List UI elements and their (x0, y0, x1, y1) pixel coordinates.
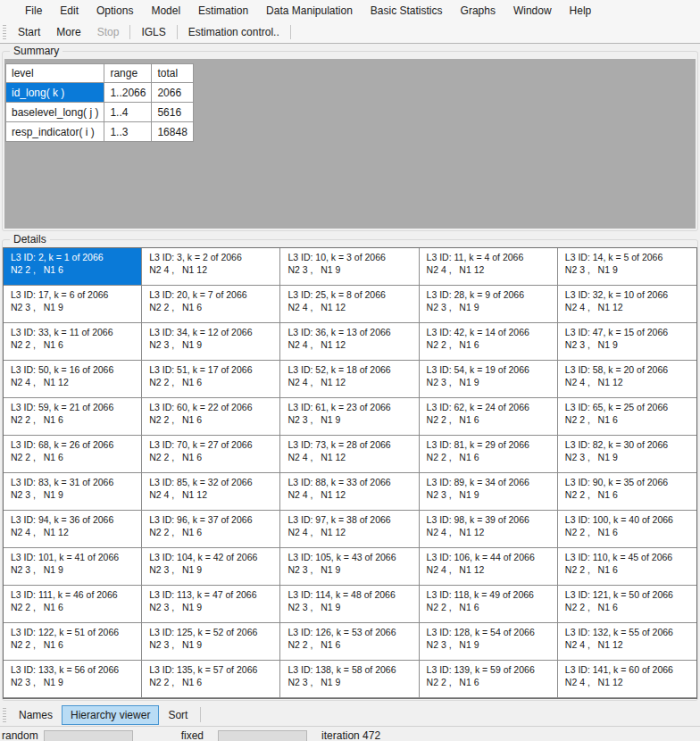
hierarchy-cell[interactable]: L3 ID: 47, k = 15 of 2066N2 3 , N1 9 (558, 323, 696, 361)
hierarchy-cell[interactable]: L3 ID: 65, k = 25 of 2066N2 2 , N1 6 (558, 398, 696, 436)
menu-item-graphs[interactable]: Graphs (452, 0, 504, 21)
hierarchy-cell[interactable]: L3 ID: 14, k = 5 of 2066N2 3 , N1 9 (558, 248, 696, 286)
menu-item-model[interactable]: Model (142, 0, 189, 21)
hierarchy-cell[interactable]: L3 ID: 111, k = 46 of 2066N2 2 , N1 6 (4, 586, 142, 623)
hierarchy-cell[interactable]: L3 ID: 121, k = 50 of 2066N2 2 , N1 6 (558, 586, 696, 623)
summary-cell-total[interactable]: 5616 (152, 103, 193, 122)
menu-item-window[interactable]: Window (504, 0, 561, 21)
hierarchy-cell[interactable]: L3 ID: 105, k = 43 of 2066N2 3 , N1 9 (280, 548, 419, 586)
hierarchy-cell[interactable]: L3 ID: 62, k = 24 of 2066N2 2 , N1 6 (420, 398, 558, 436)
hierarchy-cell[interactable]: L3 ID: 52, k = 18 of 2066N2 4 , N1 12 (280, 361, 419, 398)
menu-item-file[interactable]: File (16, 0, 51, 21)
hierarchy-cell[interactable]: L3 ID: 122, k = 51 of 2066N2 2 , N1 6 (4, 623, 142, 661)
tabbar-grip-handle[interactable] (3, 708, 6, 722)
hierarchy-cell[interactable]: L3 ID: 88, k = 33 of 2066N2 4 , N1 12 (280, 473, 419, 511)
hierarchy-cell[interactable]: L3 ID: 114, k = 48 of 2066N2 3 , N1 9 (280, 586, 419, 623)
hierarchy-cell[interactable]: L3 ID: 36, k = 13 of 2066N2 4 , N1 12 (280, 323, 419, 361)
cell-id-line: L3 ID: 90, k = 35 of 2066 (565, 476, 695, 488)
hierarchy-cell[interactable]: L3 ID: 11, k = 4 of 2066N2 4 , N1 12 (420, 248, 558, 286)
hierarchy-cell[interactable]: L3 ID: 34, k = 12 of 2066N2 3 , N1 9 (142, 323, 280, 361)
cell-counts-line: N2 2 , N1 6 (11, 338, 139, 351)
hierarchy-cell[interactable]: L3 ID: 81, k = 29 of 2066N2 2 , N1 6 (420, 436, 558, 473)
summary-cell-level[interactable]: id_long( k ) (6, 83, 104, 103)
tab-hierarchy-viewer[interactable]: Hierarchy viewer (62, 705, 159, 725)
hierarchy-cell[interactable]: L3 ID: 3, k = 2 of 2066N2 4 , N1 12 (142, 248, 280, 286)
hierarchy-cell[interactable]: L3 ID: 68, k = 26 of 2066N2 2 , N1 6 (4, 436, 142, 473)
summary-cell-range[interactable]: 1..2066 (104, 83, 152, 103)
hierarchy-cell[interactable]: L3 ID: 96, k = 37 of 2066N2 2 , N1 6 (142, 511, 280, 548)
more-button[interactable]: More (48, 22, 88, 42)
hierarchy-cell[interactable]: L3 ID: 51, k = 17 of 2066N2 2 , N1 6 (142, 361, 280, 398)
hierarchy-cell[interactable]: L3 ID: 133, k = 56 of 2066N2 3 , N1 9 (4, 661, 142, 698)
hierarchy-cell[interactable]: L3 ID: 110, k = 45 of 2066N2 2 , N1 6 (558, 548, 696, 586)
cell-id-line: L3 ID: 94, k = 36 of 2066 (11, 513, 139, 526)
hierarchy-cell[interactable]: L3 ID: 85, k = 32 of 2066N2 4 , N1 12 (142, 473, 280, 511)
hierarchy-cell[interactable]: L3 ID: 118, k = 49 of 2066N2 2 , N1 6 (420, 586, 558, 623)
menu-item-options[interactable]: Options (88, 0, 142, 21)
hierarchy-cell[interactable]: L3 ID: 126, k = 53 of 2066N2 2 , N1 6 (280, 623, 419, 661)
hierarchy-cell[interactable]: L3 ID: 94, k = 36 of 2066N2 4 , N1 12 (4, 511, 142, 548)
summary-row-id-long-k: id_long( k )1..20662066 (6, 83, 194, 103)
hierarchy-cell[interactable]: L3 ID: 25, k = 8 of 2066N2 4 , N1 12 (280, 286, 419, 323)
hierarchy-cell[interactable]: L3 ID: 98, k = 39 of 2066N2 4 , N1 12 (420, 511, 558, 548)
menu-item-estimation[interactable]: Estimation (189, 0, 257, 21)
menu-item-data-manipulation[interactable]: Data Manipulation (257, 0, 362, 21)
hierarchy-cell[interactable]: L3 ID: 59, k = 21 of 2066N2 2 , N1 6 (4, 398, 142, 436)
summary-cell-level[interactable]: baselevel_long( j ) (6, 103, 104, 122)
hierarchy-cell[interactable]: L3 ID: 125, k = 52 of 2066N2 3 , N1 9 (142, 623, 280, 661)
hierarchy-cell[interactable]: L3 ID: 139, k = 59 of 2066N2 2 , N1 6 (420, 661, 558, 698)
cell-counts-line: N2 4 , N1 12 (149, 488, 278, 501)
cell-counts-line: N2 2 , N1 6 (149, 376, 278, 388)
hierarchy-cell[interactable]: L3 ID: 60, k = 22 of 2066N2 2 , N1 6 (142, 398, 280, 436)
hierarchy-cell[interactable]: L3 ID: 101, k = 41 of 2066N2 3 , N1 9 (4, 548, 142, 586)
hierarchy-cell[interactable]: L3 ID: 50, k = 16 of 2066N2 4 , N1 12 (4, 361, 142, 398)
summary-cell-range[interactable]: 1..3 (104, 122, 152, 142)
hierarchy-cell[interactable]: L3 ID: 128, k = 54 of 2066N2 3 , N1 9 (420, 623, 558, 661)
cell-id-line: L3 ID: 60, k = 22 of 2066 (149, 401, 278, 413)
cell-id-line: L3 ID: 135, k = 57 of 2066 (149, 663, 278, 676)
hierarchy-cell[interactable]: L3 ID: 10, k = 3 of 2066N2 3 , N1 9 (280, 248, 419, 286)
hierarchy-cell[interactable]: L3 ID: 58, k = 20 of 2066N2 4 , N1 12 (558, 361, 696, 398)
summary-cell-range[interactable]: 1..4 (104, 103, 152, 122)
toolbar-separator (290, 25, 291, 39)
hierarchy-cell[interactable]: L3 ID: 100, k = 40 of 2066N2 2 , N1 6 (558, 511, 696, 548)
hierarchy-cell[interactable]: L3 ID: 17, k = 6 of 2066N2 3 , N1 9 (4, 286, 142, 323)
hierarchy-cell[interactable]: L3 ID: 135, k = 57 of 2066N2 2 , N1 6 (142, 661, 280, 698)
hierarchy-cell[interactable]: L3 ID: 106, k = 44 of 2066N2 4 , N1 12 (420, 548, 558, 586)
summary-cell-level[interactable]: resp_indicator( i ) (6, 122, 104, 142)
hierarchy-cell[interactable]: L3 ID: 104, k = 42 of 2066N2 3 , N1 9 (142, 548, 280, 586)
igls-button[interactable]: IGLS (133, 22, 173, 42)
hierarchy-cell[interactable]: L3 ID: 132, k = 55 of 2066N2 4 , N1 12 (558, 623, 696, 661)
cell-counts-line: N2 4 , N1 12 (288, 338, 416, 351)
hierarchy-cell[interactable]: L3 ID: 97, k = 38 of 2066N2 4 , N1 12 (280, 511, 419, 548)
hierarchy-cell[interactable]: L3 ID: 2, k = 1 of 2066N2 2 , N1 6 (4, 248, 142, 286)
summary-cell-total[interactable]: 2066 (152, 83, 193, 103)
menu-item-basic-statistics[interactable]: Basic Statistics (362, 0, 452, 21)
estimation-control-button[interactable]: Estimation control.. (180, 22, 288, 42)
hierarchy-cell[interactable]: L3 ID: 90, k = 35 of 2066N2 2 , N1 6 (558, 473, 696, 511)
hierarchy-cell[interactable]: L3 ID: 61, k = 23 of 2066N2 3 , N1 9 (280, 398, 419, 436)
start-button[interactable]: Start (10, 22, 48, 42)
toolbar-separator (129, 25, 130, 39)
hierarchy-cell[interactable]: L3 ID: 73, k = 28 of 2066N2 4 , N1 12 (280, 436, 419, 473)
tab-names[interactable]: Names (10, 705, 62, 725)
hierarchy-cell[interactable]: L3 ID: 82, k = 30 of 2066N2 3 , N1 9 (558, 436, 696, 473)
hierarchy-cell[interactable]: L3 ID: 89, k = 34 of 2066N2 3 , N1 9 (420, 473, 558, 511)
menu-item-edit[interactable]: Edit (51, 0, 88, 21)
hierarchy-cell[interactable]: L3 ID: 54, k = 19 of 2066N2 3 , N1 9 (420, 361, 558, 398)
tab-sort[interactable]: Sort (159, 705, 196, 725)
hierarchy-cell[interactable]: L3 ID: 33, k = 11 of 2066N2 2 , N1 6 (4, 323, 142, 361)
hierarchy-cell[interactable]: L3 ID: 70, k = 27 of 2066N2 2 , N1 6 (142, 436, 280, 473)
hierarchy-cell[interactable]: L3 ID: 32, k = 10 of 2066N2 4 , N1 12 (558, 286, 696, 323)
summary-cell-total[interactable]: 16848 (152, 122, 193, 142)
hierarchy-cell[interactable]: L3 ID: 83, k = 31 of 2066N2 3 , N1 9 (4, 473, 142, 511)
hierarchy-cell[interactable]: L3 ID: 138, k = 58 of 2066N2 3 , N1 9 (280, 661, 419, 698)
hierarchy-cell[interactable]: L3 ID: 20, k = 7 of 2066N2 2 , N1 6 (142, 286, 280, 323)
menu-item-help[interactable]: Help (561, 0, 601, 21)
hierarchy-cell[interactable]: L3 ID: 28, k = 9 of 2066N2 3 , N1 9 (420, 286, 558, 323)
hierarchy-cell[interactable]: L3 ID: 113, k = 47 of 2066N2 3 , N1 9 (142, 586, 280, 623)
hierarchy-cell[interactable]: L3 ID: 42, k = 14 of 2066N2 2 , N1 6 (420, 323, 558, 361)
toolbar-grip-handle[interactable] (3, 25, 6, 39)
cell-counts-line: N2 2 , N1 6 (149, 301, 278, 313)
hierarchy-cell[interactable]: L3 ID: 141, k = 60 of 2066N2 4 , N1 12 (558, 661, 696, 698)
